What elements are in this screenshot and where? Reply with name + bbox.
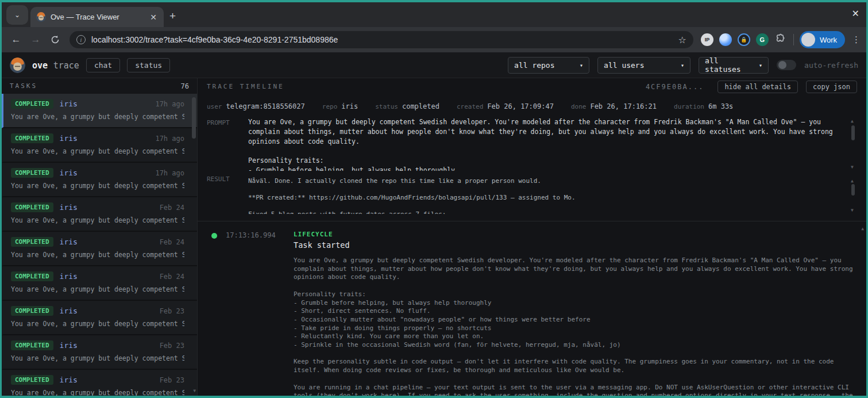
profile-chip[interactable]: Work [800, 31, 845, 48]
task-repo: iris [60, 376, 153, 384]
task-time: Feb 24 [160, 273, 184, 281]
meta-created: createdFeb 26, 17:09:47 [457, 100, 554, 111]
task-preview: You are Ove, a grumpy but deeply compete… [11, 182, 184, 190]
status-badge: COMPLETED [11, 340, 53, 350]
statuses-select[interactable]: all statuses ▾ [699, 57, 769, 74]
meta-user: usertelegram:8518556027 [207, 100, 305, 111]
task-time: 17h ago [155, 135, 184, 143]
extensions-puzzle-icon[interactable] [775, 33, 785, 46]
repos-select[interactable]: all repos ▾ [508, 57, 589, 74]
task-time: Feb 23 [160, 342, 184, 350]
event-body: You are Ove, a grumpy but deeply compete… [294, 257, 857, 396]
result-scrollbox[interactable]: Nåväl. Done. I actually cloned the repo … [248, 177, 857, 214]
chevron-down-icon: ▾ [759, 62, 762, 68]
meta-status: statuscompleted [375, 100, 439, 111]
toggle-knob [778, 61, 786, 69]
result-scrollbar[interactable]: ▲ ▼ [850, 177, 856, 214]
reload-glyph-icon [51, 35, 60, 44]
status-badge: COMPLETED [11, 99, 53, 109]
task-repo: iris [60, 272, 153, 281]
window-close-icon[interactable]: ✕ [852, 8, 859, 19]
result-text: Nåväl. Done. I actually cloned the repo … [248, 177, 846, 214]
back-icon[interactable]: ← [7, 31, 25, 48]
task-list-item[interactable]: COMPLETEDirisFeb 24 You are Ove, a grump… [2, 232, 197, 266]
ove-logo-icon [10, 58, 25, 73]
meta-done: doneFeb 26, 17:16:21 [571, 100, 657, 111]
task-preview: You are Ove, a grumpy but deeply compete… [11, 320, 184, 328]
timeline-events[interactable]: ▲ 17:13:16.994 LIFECYCLE Task started Yo… [198, 221, 866, 396]
avatar [801, 33, 815, 47]
prompt-section: PROMPT You are Ove, a grumpy but deeply … [198, 114, 866, 171]
app-header: ove trace chat status all repos ▾ all us… [2, 52, 866, 78]
scroll-up-arrow-icon[interactable]: ▲ [851, 178, 854, 183]
scrollbar-thumb[interactable] [851, 184, 855, 196]
task-list-item[interactable]: COMPLETEDirisFeb 24 You are Ove, a grump… [2, 197, 197, 232]
prompt-scrollbox[interactable]: You are Ove, a grumpy but deeply compete… [248, 117, 857, 171]
task-preview: You are Ove, a grumpy but deeply compete… [11, 285, 184, 293]
scroll-up-arrow-icon[interactable]: ▲ [851, 118, 854, 124]
status-badge: COMPLETED [11, 271, 53, 281]
event-time: 17:13:16.994 [226, 231, 283, 239]
scroll-down-arrow-icon[interactable]: ▼ [851, 164, 854, 170]
hide-all-details-button[interactable]: hide all details [717, 81, 798, 93]
task-time: Feb 23 [160, 376, 184, 384]
task-time: Feb 24 [160, 204, 184, 212]
prompt-scrollbar[interactable]: ▲ ▼ [850, 117, 856, 171]
bookmark-star-icon[interactable]: ☆ [678, 35, 686, 45]
sidebar-scrollbar-thumb[interactable] [192, 97, 196, 139]
scrollbar-thumb[interactable] [851, 125, 855, 140]
new-tab-button[interactable]: + [169, 10, 176, 22]
task-list-item[interactable]: COMPLETEDiris17h ago You are Ove, a grum… [2, 163, 197, 197]
task-preview: You are Ove, a grumpy but deeply compete… [11, 113, 184, 121]
tasks-header: TASKS 76 [2, 78, 197, 94]
tab-search-button[interactable]: ⌄ [6, 5, 28, 25]
extension-ip-icon[interactable]: IP [701, 33, 713, 46]
task-list-item[interactable]: COMPLETEDirisFeb 23 You are Ove, a grump… [2, 301, 197, 335]
extension-sphere-icon[interactable] [719, 33, 732, 46]
task-list: COMPLETEDiris17h ago You are Ove, a grum… [2, 94, 197, 396]
scroll-down-arrow-icon[interactable]: ▼ [193, 388, 196, 393]
result-label: RESULT [207, 174, 248, 214]
browser-tab[interactable]: Ove — Trace Viewer ✕ [30, 7, 164, 27]
task-time: Feb 24 [160, 238, 184, 246]
menu-kebab-icon[interactable]: ⋮ [852, 35, 861, 45]
task-list-item[interactable]: COMPLETEDirisFeb 23 You are Ove, a grump… [2, 335, 197, 370]
tab-close-icon[interactable]: ✕ [148, 13, 159, 22]
prompt-text: You are Ove, a grumpy but deeply compete… [248, 117, 846, 171]
task-list-item[interactable]: COMPLETEDirisFeb 23 You are Ove, a grump… [2, 370, 197, 396]
brand: ove trace [32, 60, 79, 71]
users-select[interactable]: all users ▾ [597, 57, 690, 74]
status-badge: COMPLETED [11, 202, 53, 212]
task-repo: iris [60, 134, 149, 143]
url-text[interactable]: localhost:3002/trace?task=4cf9e0ba-36c9-… [91, 35, 673, 44]
extension-lock-icon[interactable]: 🔒 [738, 33, 750, 46]
task-list-item[interactable]: COMPLETEDiris17h ago You are Ove, a grum… [2, 94, 197, 128]
task-repo: iris [60, 203, 153, 212]
status-badge: COMPLETED [11, 375, 53, 385]
task-list-item[interactable]: COMPLETEDirisFeb 24 You are Ove, a grump… [2, 266, 197, 301]
task-time: Feb 23 [160, 307, 184, 315]
chevron-down-icon: ⌄ [14, 11, 20, 19]
site-info-icon[interactable]: i [76, 35, 86, 44]
task-repo: iris [60, 169, 149, 177]
reload-icon[interactable] [47, 31, 64, 48]
address-bar[interactable]: i localhost:3002/trace?task=4cf9e0ba-36c… [70, 31, 693, 48]
task-list-item[interactable]: COMPLETEDiris17h ago You are Ove, a grum… [2, 128, 197, 163]
copy-json-button[interactable]: copy json [806, 81, 857, 93]
scroll-up-arrow-icon[interactable]: ▲ [861, 226, 864, 231]
task-preview: You are Ove, a grumpy but deeply compete… [11, 251, 184, 259]
tab-strip: ⌄ Ove — Trace Viewer ✕ + ✕ [2, 2, 866, 27]
tasks-sidebar: TASKS 76 COMPLETEDiris17h ago You are Ov… [2, 78, 198, 396]
task-time: 17h ago [155, 169, 184, 177]
chat-button[interactable]: chat [86, 58, 120, 72]
repos-select-value: all repos [514, 61, 554, 70]
statuses-select-value: all statuses [705, 56, 753, 74]
auto-refresh-toggle[interactable] [777, 60, 796, 70]
scroll-down-arrow-icon[interactable]: ▼ [851, 208, 854, 213]
content: TASKS 76 COMPLETEDiris17h ago You are Ov… [2, 78, 866, 396]
trace-id: 4CF9E0BA... [646, 83, 704, 91]
task-repo: iris [60, 100, 149, 108]
status-button[interactable]: status [127, 58, 170, 72]
forward-icon[interactable]: → [27, 31, 44, 48]
extension-g-icon[interactable]: G [756, 33, 769, 46]
